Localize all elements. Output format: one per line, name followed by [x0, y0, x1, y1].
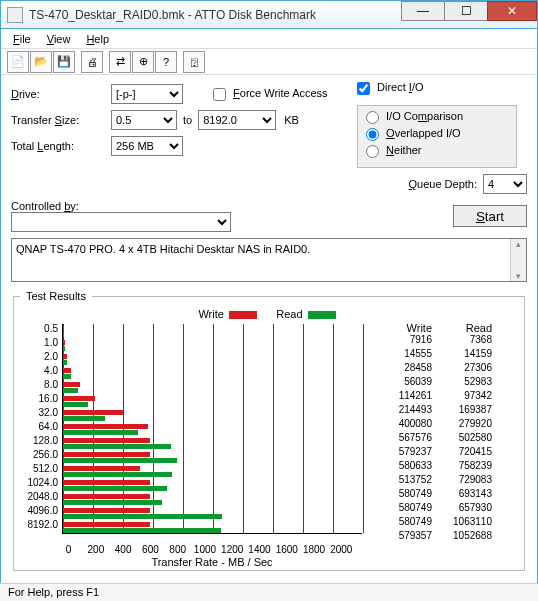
scrollbar[interactable]: ▴▾ — [510, 239, 526, 281]
controlled-by-label: Controlled by: — [11, 200, 231, 212]
legend-write-label: Write — [198, 308, 223, 320]
app-icon — [7, 7, 23, 23]
col-read: Read — [432, 322, 492, 334]
new-icon[interactable]: 📄 — [7, 51, 29, 73]
status-bar: For Help, press F1 — [0, 583, 538, 601]
chart-plot — [62, 324, 362, 534]
transfer-size-label: Transfer Size: — [11, 114, 111, 126]
menu-view[interactable]: View — [41, 31, 77, 47]
window-title: TS-470_Desktar_RAID0.bmk - ATTO Disk Ben… — [29, 8, 402, 22]
description-textarea[interactable]: QNAP TS-470 PRO. 4 x 4TB Hitachi Desktar… — [11, 238, 527, 282]
context-help-icon[interactable]: ⍰ — [183, 51, 205, 73]
drive-label: Drive: — [11, 88, 111, 100]
col-write: Write — [372, 322, 432, 334]
start-button[interactable]: Start — [453, 205, 527, 227]
write-swatch-icon — [229, 311, 257, 319]
menu-file[interactable]: File — [7, 31, 37, 47]
minimize-button[interactable]: — — [401, 1, 445, 21]
chart-x-ticks: 0200400600800100012001400160018002000 — [62, 544, 362, 555]
io-comparison-radio[interactable]: I/O Comparison — [366, 110, 508, 127]
kb-label: KB — [276, 114, 299, 126]
chart-x-label: Transfer Rate - MB / Sec — [62, 556, 362, 568]
open-icon[interactable]: 📂 — [30, 51, 52, 73]
toolbar: 📄 📂 💾 🖨 ⇄ ⊕ ? ⍰ — [1, 49, 537, 75]
force-write-checkbox[interactable]: Force Write Access — [213, 87, 328, 101]
arrows-icon[interactable]: ⇄ — [109, 51, 131, 73]
transfer-to-select[interactable]: 8192.0 — [198, 110, 276, 130]
titlebar: TS-470_Desktar_RAID0.bmk - ATTO Disk Ben… — [1, 1, 537, 29]
to-label: to — [177, 114, 198, 126]
results-table: Write Read 79167368145551415928458273065… — [372, 322, 492, 544]
description-text: QNAP TS-470 PRO. 4 x 4TB Hitachi Desktar… — [16, 243, 310, 255]
save-icon[interactable]: 💾 — [53, 51, 75, 73]
controlled-by-select[interactable] — [11, 212, 231, 232]
total-length-label: Total Length: — [11, 140, 111, 152]
total-length-select[interactable]: 256 MB — [111, 136, 183, 156]
io-mode-group: I/O Comparison Overlapped I/O Neither — [357, 105, 517, 168]
transfer-from-select[interactable]: 0.5 — [111, 110, 177, 130]
menu-help[interactable]: Help — [80, 31, 115, 47]
menubar: File View Help — [1, 29, 537, 49]
chart-y-labels: 0.51.02.04.08.016.032.064.0128.0256.0512… — [20, 322, 62, 544]
close-button[interactable]: ✕ — [487, 1, 537, 21]
test-results-group: Test Results Write Read 0.51.02.04.08.01… — [13, 290, 525, 571]
legend-read-label: Read — [276, 308, 302, 320]
maximize-button[interactable]: ☐ — [444, 1, 488, 21]
queue-depth-select[interactable]: 4 — [483, 174, 527, 194]
direct-io-checkbox[interactable]: Direct I/O — [357, 81, 424, 93]
drive-select[interactable]: [-p-] — [111, 84, 183, 104]
neither-radio[interactable]: Neither — [366, 144, 508, 161]
results-legend: Test Results — [20, 290, 92, 302]
read-swatch-icon — [308, 311, 336, 319]
overlapped-io-radio[interactable]: Overlapped I/O — [366, 127, 508, 144]
help-icon[interactable]: ? — [155, 51, 177, 73]
target-icon[interactable]: ⊕ — [132, 51, 154, 73]
queue-depth-label: Queue Depth: — [409, 178, 478, 190]
print-icon[interactable]: 🖨 — [81, 51, 103, 73]
